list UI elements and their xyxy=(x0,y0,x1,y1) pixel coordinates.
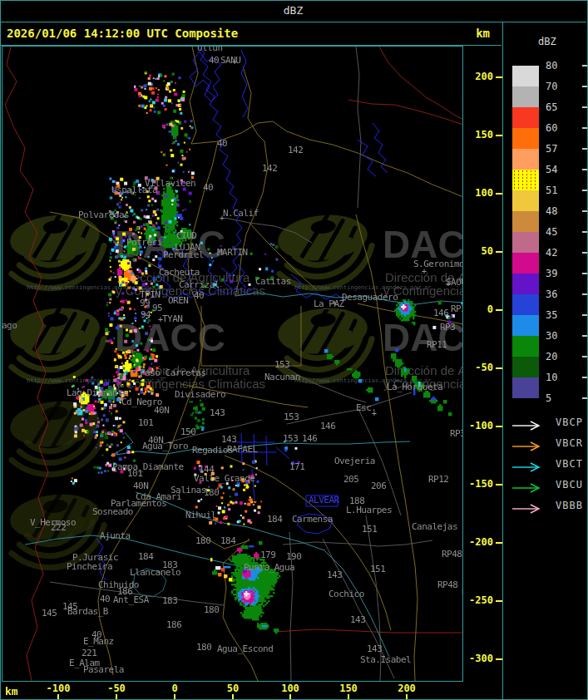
colorbar-swatch xyxy=(512,211,539,232)
colorbar-swatch xyxy=(512,170,539,190)
map-place-label: 143 xyxy=(210,408,225,417)
map-place-label: 151 xyxy=(370,564,385,574)
vector-label: VBCR xyxy=(556,437,583,449)
map-place-label: 186 xyxy=(166,620,181,629)
y-tick-label: 150 xyxy=(475,130,493,140)
map-place-label: 40N xyxy=(154,406,169,415)
x-tick xyxy=(174,694,175,699)
map-place-label: N.Calif xyxy=(223,209,259,218)
vector-legend-row: VBCT xyxy=(511,460,545,471)
map-place-label: Polvaredas xyxy=(78,210,129,219)
colorbar-swatch xyxy=(512,190,539,211)
map-place-label: 142 xyxy=(288,145,303,155)
page-title: dBZ xyxy=(284,4,303,17)
colorbar-swatch xyxy=(512,149,539,170)
map-place-label: 184 xyxy=(220,536,235,545)
y-tick xyxy=(496,426,502,427)
map-place-label: Sosneado xyxy=(92,507,133,516)
map-place-label: 146 xyxy=(320,421,335,431)
x-tick-label: -100 xyxy=(40,683,77,694)
map-place-label: CIUD xyxy=(176,231,197,240)
colorbar-tick xyxy=(582,314,588,316)
x-tick-label: 200 xyxy=(388,683,425,694)
map-place-label: Divisadero xyxy=(175,390,225,399)
map-place-label: RP3 xyxy=(440,323,455,332)
map-place-label: Potreri xyxy=(126,238,162,247)
map-place-label: 153 xyxy=(283,434,298,443)
colorbar-tick xyxy=(582,397,588,399)
map-place-label: S.Geronimo xyxy=(413,259,463,269)
map-place-label: 151 xyxy=(362,525,377,534)
y-tick-label: -100 xyxy=(469,421,493,431)
y-tick-label: -300 xyxy=(469,653,493,664)
vector-legend-row: VBCU xyxy=(511,481,545,492)
map-place-label: SANU xyxy=(220,56,241,65)
y-tick xyxy=(496,193,502,195)
vector-label: VBCU xyxy=(556,479,583,490)
colorbar-tick xyxy=(582,65,588,67)
colorbar-tick xyxy=(582,106,588,108)
map-place-label: 143 xyxy=(350,615,365,624)
y-axis: 200150100500-50-100-150-200-250-300 xyxy=(464,46,502,682)
map-place-label: SAOU xyxy=(446,278,463,287)
map-place-label: La_Horqueta xyxy=(387,382,442,392)
map-place-label: RP xyxy=(462,588,463,597)
map-place-label: 143 xyxy=(221,435,236,444)
map-place-label: 222 xyxy=(51,523,66,532)
colorbar-tick-label: 65 xyxy=(546,101,574,113)
map-place-label: 143 xyxy=(327,570,342,579)
map-place-label: 153 xyxy=(274,360,289,369)
colorbar-swatch xyxy=(512,294,539,315)
map-place-label: 171 xyxy=(289,462,304,471)
map-place-label: Nacunan xyxy=(264,372,300,382)
y-tick xyxy=(496,251,502,253)
map-place-label: Bardas_B xyxy=(67,607,108,616)
map-place-label: Ovejeria xyxy=(334,456,375,466)
map-place-label: Cochico xyxy=(329,589,364,599)
map-place-label: 95 xyxy=(152,303,162,313)
y-tick xyxy=(496,658,502,660)
map-place-label: 180 xyxy=(195,536,210,545)
x-tick-label: 150 xyxy=(330,683,367,694)
map-place-label: OREN xyxy=(168,296,189,305)
vector-label: VBCP xyxy=(556,417,583,428)
map-place-label: 40 xyxy=(203,183,213,192)
colorbar-tick xyxy=(582,190,588,191)
colorbar-tick xyxy=(582,169,588,170)
colorbar-tick-label: 35 xyxy=(546,309,574,321)
colorbar-tick-label: 60 xyxy=(546,122,574,134)
map-place-label: 40 xyxy=(217,139,227,148)
header-bar: 2026/01/06 14:12:00 UTC Composite km xyxy=(0,22,502,46)
map-place-label: 142 xyxy=(262,164,277,173)
map-place-label: 190 xyxy=(286,552,301,561)
x-tick xyxy=(406,694,408,699)
colorbar-tick xyxy=(582,377,588,378)
map-place-label: Carmensa xyxy=(292,515,333,524)
colorbar-tick xyxy=(582,148,588,150)
map-place-label: Catitas xyxy=(255,277,291,286)
map-place-label: Esc. xyxy=(356,403,377,412)
colorbar-swatch xyxy=(512,357,539,377)
x-tick xyxy=(57,694,59,699)
colorbar-tick xyxy=(582,127,588,129)
colorbar-tick xyxy=(582,293,588,295)
map-place-label: Llancanelo xyxy=(130,568,180,577)
map-place-label: E_Manz xyxy=(83,637,114,646)
vector-legend-row: VBBB xyxy=(511,501,545,513)
colorbar-tick xyxy=(582,231,588,233)
map-place-label: Uspallata xyxy=(111,185,157,195)
map-place-label: Desaguadero xyxy=(342,293,398,302)
colorbar-swatch xyxy=(512,86,539,107)
map-place-label: RP48 xyxy=(442,550,462,559)
map-place-label: 40 xyxy=(194,291,204,300)
map-place-label: MARTIN xyxy=(217,248,248,257)
radar-map-canvas xyxy=(2,47,462,681)
colorbar-swatch xyxy=(512,336,539,357)
map-place-label: 221 xyxy=(82,648,96,658)
map-place-label: RP48 xyxy=(437,580,458,589)
colorbar-swatch xyxy=(512,377,539,398)
colorbar-tick-label: 70 xyxy=(546,81,574,92)
colorbar-tick-label: 5 xyxy=(546,392,574,404)
colorbar-tick-label: 51 xyxy=(546,185,574,196)
map-place-label: 179 xyxy=(260,550,275,560)
